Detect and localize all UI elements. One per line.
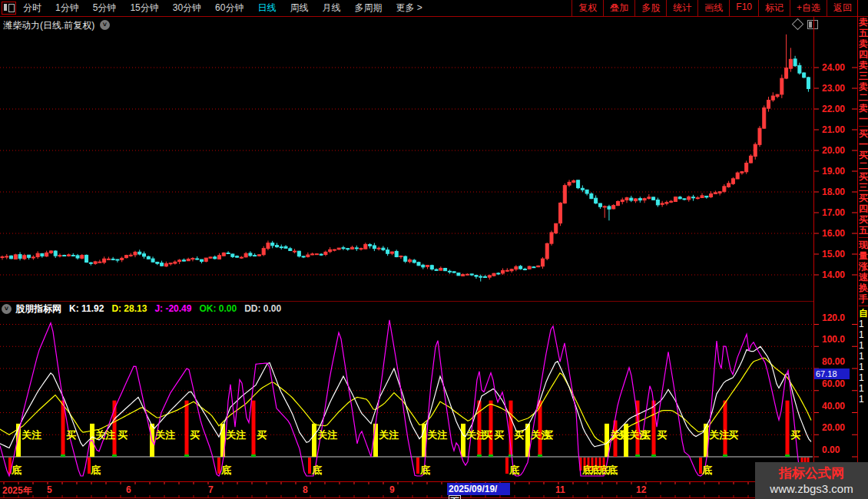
indicator-axis-label: 20.00 [822, 422, 845, 433]
candle [49, 251, 52, 253]
candle [452, 272, 456, 273]
candle [687, 197, 691, 200]
chart-canvas[interactable]: 关注关注关注关注关注关注关注关注关注关注关注关注买买买买买买买买买买买买买底底底… [0, 0, 868, 499]
strip-char: 现 [859, 240, 868, 250]
crosshair-date-tag: 2025/09/19/五 [447, 483, 510, 495]
buy-text: 买 [494, 429, 504, 441]
buy-text: 买 [790, 429, 800, 441]
candle [121, 258, 124, 259]
candle [280, 247, 283, 248]
candle [41, 253, 44, 256]
candle [351, 247, 354, 249]
buy-text: 买 [482, 429, 492, 441]
indicator-axis-label: 100.0 [822, 334, 845, 345]
right-edge-strip[interactable]: 卖五卖四卖三卖二卖一买一买二买三买四买五现量涨速换手自11111111 [859, 17, 868, 462]
candle [505, 270, 509, 271]
di-text: 底 [311, 464, 322, 476]
candle [426, 266, 429, 267]
ok-mark [251, 454, 256, 457]
candle [14, 255, 17, 259]
candle [763, 108, 766, 129]
candle [457, 273, 460, 276]
candle [253, 256, 257, 256]
strip-char: 卖 [859, 17, 868, 28]
month-label-7: 7 [208, 484, 214, 495]
candle [218, 256, 221, 259]
strip-char: 买 [859, 128, 868, 139]
price-axis-label: 14.00 [822, 269, 845, 280]
candle [129, 255, 132, 256]
candle [502, 270, 505, 273]
candle [124, 256, 128, 258]
candle [236, 256, 239, 257]
strip-char: 换 [859, 283, 868, 293]
indicator-axis-label: 40.00 [822, 401, 845, 411]
price-axis-label: 15.00 [822, 249, 845, 259]
candle [342, 248, 345, 249]
candle [187, 259, 190, 261]
strip-divider [859, 306, 868, 306]
guanzhu-text: 关注 [225, 429, 247, 441]
candle [174, 262, 177, 263]
candle [670, 201, 673, 202]
candle [315, 254, 318, 255]
strip-char: 一 [859, 114, 868, 124]
di-text: 底 [701, 464, 712, 476]
candle [807, 78, 810, 89]
candle [81, 256, 84, 259]
candle [320, 254, 323, 255]
candle [311, 254, 314, 255]
candle [758, 128, 761, 144]
ok-mark [635, 454, 640, 457]
strip-num: 1 [859, 383, 868, 394]
price-axis-label: 24.00 [822, 62, 845, 73]
guanzhu-bar [373, 424, 378, 457]
strip-char: 四 [859, 49, 868, 60]
candle [590, 194, 593, 199]
di-bar [505, 458, 509, 474]
candle [803, 73, 806, 78]
candle [585, 190, 588, 193]
candle [98, 262, 101, 263]
candle [23, 256, 26, 259]
guanzhu-text: 关注 [426, 429, 448, 441]
ok-mark [112, 454, 117, 457]
candle [465, 274, 469, 275]
candle [581, 188, 584, 190]
panel-divider[interactable] [0, 301, 813, 302]
candle [364, 244, 367, 249]
candle [767, 100, 770, 108]
candle [492, 273, 495, 276]
candle [209, 257, 212, 258]
candle [727, 183, 731, 187]
candle [563, 186, 566, 203]
buy-text: 买 [657, 429, 667, 441]
candle [488, 276, 491, 277]
candle [164, 263, 167, 266]
price-axis-label: 22.00 [822, 104, 845, 114]
di-text: 底 [607, 464, 618, 476]
strip-char: 买 [859, 193, 868, 203]
candle [408, 260, 411, 262]
indicator-collapse-icon[interactable]: ˅ [2, 304, 12, 314]
candle [271, 243, 274, 246]
guanzhu-text: 关注 [21, 429, 42, 441]
candle [462, 275, 465, 276]
candle [598, 203, 601, 207]
strip-num: 1 [859, 372, 868, 383]
strip-num: 1 [859, 394, 868, 405]
strip-self-tab[interactable]: 自 [859, 308, 868, 319]
candle [386, 250, 389, 254]
indicator-header-seg-0: 股朋指标网 [15, 302, 61, 316]
candle [329, 250, 332, 252]
candle [714, 193, 717, 194]
candle [89, 263, 92, 263]
strip-char: 二 [859, 160, 868, 171]
buy-bar [786, 401, 790, 457]
candle [293, 251, 297, 252]
candle [656, 200, 659, 204]
candle [231, 254, 234, 256]
candle [85, 255, 88, 262]
candle [377, 248, 380, 249]
ok-mark [477, 454, 482, 457]
